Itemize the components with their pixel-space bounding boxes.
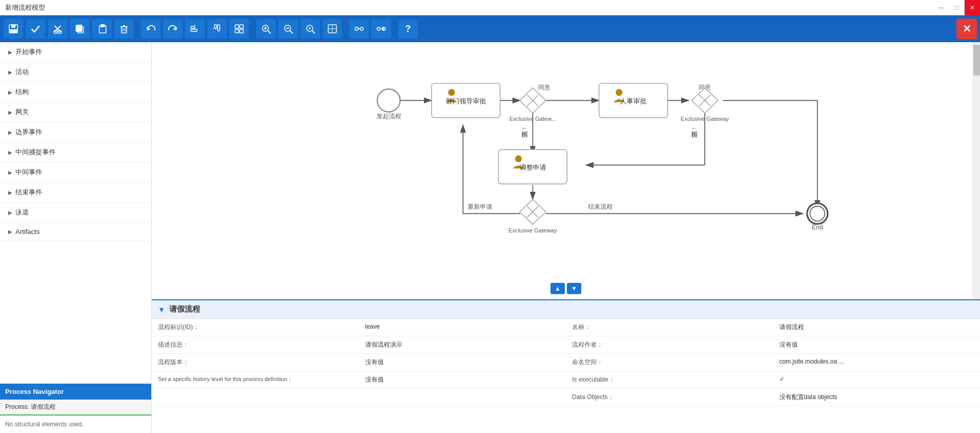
arrow-icon: ▶ — [8, 210, 12, 215]
sidebar-item-swimlane[interactable]: ▶ 泳道 — [0, 203, 151, 223]
collapse-icon: ▼ — [158, 305, 165, 314]
svg-rect-18 — [191, 26, 194, 28]
paste-button[interactable] — [92, 19, 112, 39]
maximize-button[interactable]: □ — [949, 0, 965, 15]
arrow-icon: ▶ — [8, 130, 12, 135]
vertical-scrollbar[interactable] — [973, 42, 980, 299]
prop-label-author: 流程作者： — [566, 336, 773, 354]
svg-rect-19 — [191, 29, 197, 31]
zoom-out-button[interactable] — [278, 19, 298, 39]
prop-value-name: 请假流程 — [773, 319, 981, 336]
prop-label-desc: 描述信息： — [152, 336, 359, 354]
process-navigator-header: Process Navigator — [0, 384, 151, 400]
sidebar-label-end-event: 结束事件 — [15, 188, 42, 197]
prop-value-history: 没有值 — [359, 371, 566, 389]
arrow-icon: ▶ — [8, 229, 12, 234]
svg-rect-25 — [240, 25, 243, 28]
window-title: 新增流程模型 — [5, 3, 45, 12]
undo-button[interactable] — [140, 19, 161, 39]
title-bar: 新增流程模型 ─ □ ✕ — [0, 0, 980, 15]
align-v-button[interactable] — [207, 19, 227, 39]
svg-text:Exclusive Gatew...: Exclusive Gatew... — [509, 116, 556, 122]
arrow-icon: ▶ — [8, 89, 12, 95]
svg-point-46 — [377, 27, 380, 30]
zoom-actual-button[interactable] — [322, 19, 343, 39]
sidebar-item-artifacts[interactable]: ▶ Artifacts — [0, 223, 151, 241]
svg-line-36 — [312, 31, 315, 33]
sidebar-item-gateway[interactable]: ▶ 网关 — [0, 102, 151, 122]
nav-up-button[interactable]: ▲ — [550, 283, 565, 294]
prop-label-name: 名称： — [566, 319, 773, 336]
nav-arrows: ▲ ▼ — [550, 283, 581, 294]
close-button[interactable]: ✕ — [965, 0, 980, 15]
sidebar-item-intermediate-event[interactable]: ▶ 中间事件 — [0, 163, 151, 183]
align-h-button[interactable] — [185, 19, 205, 39]
sidebar-item-boundary-event[interactable]: ▶ 边界事件 — [0, 122, 151, 142]
svg-text:人事审批: 人事审批 — [620, 97, 647, 105]
process-navigator-title: Process Navigator — [5, 388, 64, 395]
main-layout: ▶ 开始事件 ▶ 活动 ▶ 结构 ▶ 网关 ▶ 边界事件 ▶ 中间捕捉事件 — [0, 42, 980, 433]
cut-button[interactable] — [47, 19, 68, 39]
svg-text:Exclusive Gateway: Exclusive Gateway — [509, 227, 557, 233]
redo-button[interactable] — [163, 19, 183, 39]
delete-button[interactable] — [114, 19, 134, 39]
svg-rect-22 — [218, 25, 220, 31]
prop-value-id: leave — [359, 319, 566, 336]
diagram-canvas[interactable]: 同意 同意 拒回↓ 拒回↓ — [152, 42, 980, 299]
svg-text:发起流程: 发起流程 — [377, 113, 401, 120]
sidebar: ▶ 开始事件 ▶ 活动 ▶ 结构 ▶ 网关 ▶ 边界事件 ▶ 中间捕捉事件 — [0, 42, 152, 433]
sidebar-label-activity: 活动 — [15, 67, 29, 77]
properties-grid: 流程标识(ID)： leave 名称： 请假流程 描述信息： 请假流程演示 流程… — [152, 319, 980, 406]
svg-rect-27 — [240, 29, 243, 33]
svg-point-71 — [377, 89, 400, 112]
svg-rect-24 — [235, 25, 239, 28]
svg-point-42 — [355, 27, 358, 30]
confirm-button[interactable] — [25, 19, 46, 39]
zoom-fit-button[interactable] — [300, 19, 320, 39]
sidebar-item-activity[interactable]: ▶ 活动 — [0, 62, 151, 82]
prop-value-empty — [359, 389, 566, 406]
diagram-svg: 同意 同意 拒回↓ 拒回↓ — [152, 42, 980, 299]
arrange-button[interactable] — [229, 19, 250, 39]
svg-rect-26 — [235, 29, 239, 33]
prop-value-namespace: com.jsite.modules.oa ... — [773, 354, 981, 371]
scrollbar-thumb[interactable] — [973, 45, 980, 76]
nav-down-button[interactable]: ▼ — [567, 283, 581, 294]
svg-text:同意: 同意 — [538, 84, 550, 91]
svg-text:拒回↓: 拒回↓ — [521, 127, 528, 138]
copy-button[interactable] — [69, 19, 90, 39]
sidebar-item-end-event[interactable]: ▶ 结束事件 — [0, 183, 151, 203]
sidebar-item-start-event[interactable]: ▶ 开始事件 — [0, 42, 151, 62]
no-elements-text: No structural elements used. — [0, 416, 151, 433]
svg-rect-13 — [121, 27, 127, 33]
arrow-icon: ▶ — [8, 110, 12, 115]
svg-point-95 — [810, 206, 825, 221]
process-label: Process: 请假流程 — [5, 403, 56, 410]
connect-button[interactable] — [349, 19, 369, 39]
sidebar-item-structure[interactable]: ▶ 结构 — [0, 82, 151, 102]
svg-text:End: End — [812, 224, 823, 231]
help-button[interactable]: ? — [398, 19, 418, 39]
svg-line-33 — [290, 31, 293, 33]
bottom-panel-title: 请假流程 — [169, 304, 200, 314]
minimize-button[interactable]: ─ — [934, 0, 949, 15]
prop-value-version: 没有值 — [359, 354, 566, 371]
bottom-panel-header: ▼ 请假流程 — [152, 300, 980, 319]
prop-value-data-objects: 没有配置data objects — [773, 389, 981, 406]
prop-value-author: 没有值 — [773, 336, 981, 354]
zoom-in-button[interactable] — [256, 19, 276, 39]
bottom-panel: ▼ 请假流程 流程标识(ID)： leave 名称： 请假流程 描述信息： 请假… — [152, 299, 980, 433]
prop-value-executable: ✓ — [773, 371, 981, 389]
svg-point-74 — [448, 89, 455, 96]
svg-line-29 — [268, 31, 271, 33]
disconnect-button[interactable] — [371, 19, 391, 39]
arrow-icon: ▶ — [8, 170, 12, 175]
sidebar-label-start-event: 开始事件 — [15, 47, 42, 57]
process-info: Process: 请假流程 — [0, 400, 151, 416]
prop-label-empty — [152, 389, 359, 406]
sidebar-item-intermediate-catch[interactable]: ▶ 中间捕捉事件 — [0, 142, 151, 163]
toolbar-close-button[interactable]: ✕ — [956, 19, 977, 39]
save-button[interactable] — [3, 19, 24, 39]
svg-text:重新申请: 重新申请 — [468, 203, 492, 210]
prop-label-executable: Is executable： — [566, 371, 773, 389]
